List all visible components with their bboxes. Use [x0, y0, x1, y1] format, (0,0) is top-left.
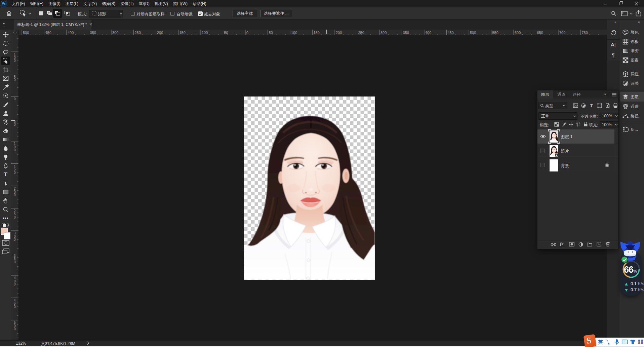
- svg-text:0: 0: [14, 282, 16, 286]
- svg-text:200: 200: [336, 31, 342, 35]
- svg-text:0: 0: [14, 148, 16, 152]
- svg-text:400: 400: [68, 31, 74, 35]
- svg-text:0: 0: [14, 59, 16, 63]
- svg-text:0: 0: [14, 171, 16, 175]
- svg-text:450: 450: [448, 31, 454, 35]
- svg-text:0: 0: [14, 260, 16, 264]
- svg-text:400: 400: [425, 31, 431, 35]
- svg-text:650: 650: [537, 31, 543, 35]
- svg-text:500: 500: [470, 31, 476, 35]
- svg-text:250: 250: [135, 31, 141, 35]
- svg-text:0: 0: [14, 78, 16, 82]
- svg-text:0: 0: [14, 327, 16, 331]
- svg-text:550: 550: [492, 31, 498, 35]
- svg-text:0: 0: [14, 238, 16, 241]
- svg-text:150: 150: [179, 31, 186, 35]
- svg-text:50: 50: [224, 31, 228, 35]
- svg-text:300: 300: [112, 31, 118, 35]
- svg-text:100: 100: [202, 31, 208, 35]
- svg-text:200: 200: [157, 31, 163, 35]
- svg-text:50: 50: [269, 31, 273, 35]
- svg-text:0: 0: [14, 123, 16, 126]
- svg-text:0: 0: [14, 97, 16, 101]
- svg-text:600: 600: [515, 31, 521, 35]
- svg-text:700: 700: [559, 31, 565, 35]
- svg-text:450: 450: [45, 31, 51, 35]
- svg-text:100: 100: [291, 31, 297, 35]
- svg-text:0: 0: [14, 216, 16, 219]
- svg-text:0: 0: [14, 305, 16, 309]
- svg-text:250: 250: [358, 31, 364, 35]
- svg-text:0: 0: [14, 193, 16, 197]
- svg-text:750: 750: [582, 31, 588, 35]
- svg-text:150: 150: [314, 31, 320, 35]
- svg-text:500: 500: [23, 31, 29, 35]
- svg-text:350: 350: [403, 31, 409, 35]
- svg-text:0: 0: [246, 31, 248, 35]
- svg-text:350: 350: [90, 31, 96, 35]
- svg-text:300: 300: [380, 31, 387, 35]
